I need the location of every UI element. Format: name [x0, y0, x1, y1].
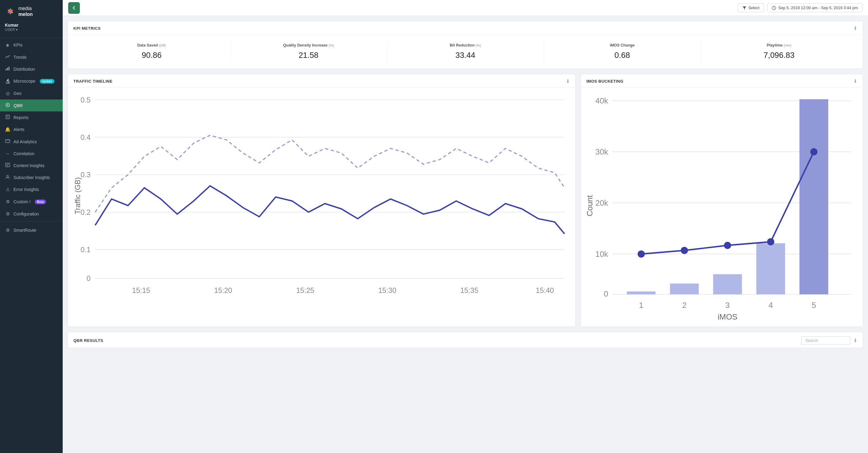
kpi-label-playtime: Playtime	[767, 43, 782, 48]
qbr-results-card: QBR RESULTS ⬇	[68, 332, 863, 348]
svg-text:15:20: 15:20	[214, 286, 232, 294]
geo-icon: ◎	[5, 91, 10, 96]
kpi-download-icon[interactable]: ⬇	[853, 25, 857, 31]
sidebar-label-alerts: Alerts	[13, 127, 25, 132]
kpi-metrics-card: KPI METRICS ⬇ Data Saved (GB) 90.86 Qual…	[68, 21, 863, 69]
qbr-results-header: QBR RESULTS ⬇	[68, 332, 863, 348]
main-content: Select Sep 5, 2019 12:00 am - Sep 5, 201…	[63, 0, 868, 453]
svg-rect-6	[5, 69, 6, 70]
kpi-label-bit: Bit Reduction	[450, 43, 475, 48]
svg-text:Count: Count	[585, 195, 594, 217]
sidebar-bottom-divider	[0, 221, 63, 222]
svg-text:15:25: 15:25	[296, 286, 314, 294]
imos-chart-svg: 40k 30k 20k 10k 0 Count	[585, 91, 859, 321]
sidebar-item-kpis[interactable]: ◈ KPIs	[0, 39, 63, 51]
svg-text:0.5: 0.5	[81, 96, 91, 104]
sidebar-item-smartroute[interactable]: ⚙ SmartRoute	[0, 224, 63, 236]
logo-melon: melon	[18, 11, 33, 17]
qbr-download-icon[interactable]: ⬇	[853, 338, 857, 343]
sidebar-label-custom: Custom !	[13, 199, 31, 204]
traffic-card-header: TRAFFIC TIMELINE ⬇	[68, 74, 575, 88]
traffic-chart-svg: 0.5 0.4 0.3 0.2 0.1 0 Traffic (GB)	[72, 91, 571, 301]
sidebar-item-reports[interactable]: Reports	[0, 111, 63, 123]
back-button[interactable]	[68, 2, 80, 14]
sidebar-divider	[0, 37, 63, 38]
svg-point-60	[638, 250, 645, 258]
svg-rect-11	[6, 115, 9, 119]
sidebar-item-content-insights[interactable]: Content Insights	[0, 160, 63, 171]
svg-rect-57	[713, 274, 742, 294]
traffic-download-icon[interactable]: ⬇	[566, 78, 570, 84]
content-area: KPI METRICS ⬇ Data Saved (GB) 90.86 Qual…	[63, 16, 868, 453]
kpi-playtime: Playtime (min) 7,096.83	[701, 41, 857, 62]
select-button[interactable]: Select	[738, 3, 764, 12]
datetime-button[interactable]: Sep 5, 2019 12:00 am - Sep 5, 2019 3:44 …	[767, 3, 863, 12]
kpi-value-data-saved: 90.86	[76, 51, 227, 60]
svg-line-24	[774, 8, 775, 8]
svg-text:Traffic (GB): Traffic (GB)	[74, 177, 82, 214]
sidebar-label-smartroute: SmartRoute	[13, 228, 36, 233]
sidebar-label-kpis: KPIs	[13, 43, 23, 48]
svg-text:30k: 30k	[595, 147, 608, 156]
kpis-icon: ◈	[5, 42, 10, 48]
sidebar-item-distribution[interactable]: Distribution	[0, 63, 63, 75]
imos-download-icon[interactable]: ⬇	[853, 78, 857, 84]
svg-text:0.4: 0.4	[81, 134, 91, 141]
kpi-label-quality: Quality Density Increase	[283, 43, 328, 48]
sidebar-label-ad-analytics: Ad Analytics	[13, 139, 37, 144]
sidebar: media melon Kumar USER ▾ ◈ KPIs Trends D…	[0, 0, 63, 453]
svg-text:15:15: 15:15	[132, 286, 150, 294]
imos-chart-body: 40k 30k 20k 10k 0 Count	[581, 88, 863, 327]
kpi-title: KPI METRICS	[73, 26, 101, 31]
imos-title: iMOS BUCKETING	[586, 79, 623, 84]
sidebar-item-custom[interactable]: ⚙ Custom ! Beta	[0, 196, 63, 208]
svg-point-10	[7, 104, 8, 106]
svg-text:0.1: 0.1	[81, 246, 91, 254]
sidebar-item-ad-analytics[interactable]: Ad Analytics	[0, 136, 63, 147]
svg-text:10k: 10k	[595, 250, 608, 258]
sidebar-item-trends[interactable]: Trends	[0, 51, 63, 63]
sidebar-label-configuration: Configuration	[13, 211, 39, 217]
topbar: Select Sep 5, 2019 12:00 am - Sep 5, 201…	[63, 0, 868, 16]
svg-point-62	[724, 242, 731, 249]
svg-marker-21	[743, 6, 746, 9]
sidebar-item-correlation[interactable]: ↔ Correlation	[0, 147, 63, 160]
username: Kumar	[5, 23, 58, 28]
svg-point-64	[810, 148, 817, 155]
sidebar-item-qbr[interactable]: QBR	[0, 100, 63, 111]
sidebar-item-error-insights[interactable]: ⚠ Error Insights	[0, 183, 63, 196]
imos-card-header: iMOS BUCKETING ⬇	[581, 74, 863, 88]
qbr-results-title: QBR RESULTS	[73, 338, 103, 343]
ad-analytics-icon	[5, 139, 10, 144]
kpi-bit-reduction: Bit Reduction (%) 33.44	[387, 41, 544, 62]
configuration-icon: ⚙	[5, 211, 10, 217]
user-role[interactable]: USER ▾	[5, 28, 58, 32]
microscope-badge: Update	[40, 79, 55, 84]
sidebar-label-error-insights: Error Insights	[13, 187, 39, 192]
trends-icon	[5, 55, 10, 60]
clock-icon	[772, 6, 776, 10]
svg-text:4: 4	[769, 301, 773, 309]
smartroute-icon: ⚙	[5, 227, 10, 233]
content-insights-icon	[5, 163, 10, 168]
sidebar-item-configuration[interactable]: ⚙ Configuration	[0, 208, 63, 220]
sidebar-label-reports: Reports	[13, 115, 28, 120]
kpi-value-imos: 0.68	[547, 51, 698, 60]
logo: media melon	[0, 0, 63, 21]
sidebar-item-subscriber-insights[interactable]: Subscriber Insights	[0, 171, 63, 183]
sidebar-item-microscope[interactable]: 🔬 Microscope Update	[0, 75, 63, 87]
logo-media: media	[18, 5, 33, 11]
kpi-data-saved: Data Saved (GB) 90.86	[73, 41, 230, 62]
kpi-label-data-saved: Data Saved	[137, 43, 158, 48]
user-info: Kumar USER ▾	[0, 21, 63, 36]
custom-icon: ⚙	[5, 199, 10, 204]
qbr-search-input[interactable]	[801, 336, 850, 345]
svg-rect-7	[7, 68, 8, 70]
kpi-value-quality: 21.58	[234, 51, 384, 60]
sidebar-item-geo[interactable]: ◎ Geo	[0, 87, 63, 100]
sidebar-label-content-insights: Content Insights	[13, 163, 44, 168]
svg-text:0.3: 0.3	[81, 171, 91, 179]
sidebar-label-microscope: Microscope	[13, 79, 35, 84]
sidebar-item-alerts[interactable]: 🔔 Alerts	[0, 123, 63, 136]
charts-row: TRAFFIC TIMELINE ⬇ 0.5 0.4 0.3 0.2 0.1 0…	[68, 74, 863, 327]
